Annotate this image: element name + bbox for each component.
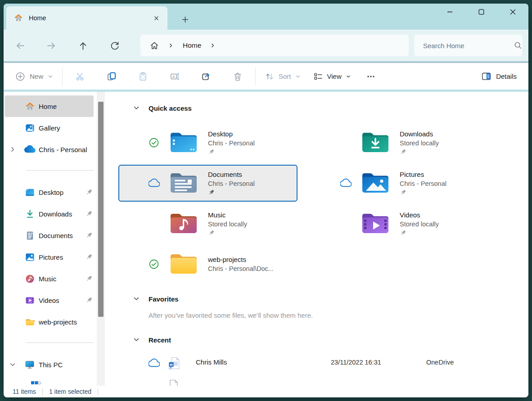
pin-icon xyxy=(400,189,446,197)
recent-file-row-partial[interactable] xyxy=(118,375,528,386)
content-pane: Quick access Desktop Chris - Personal xyxy=(118,92,528,386)
share-button[interactable] xyxy=(190,66,222,87)
address-bar[interactable]: Home xyxy=(140,35,409,56)
more-options-button[interactable] xyxy=(362,68,380,86)
sidebar-item-documents[interactable]: Documents xyxy=(5,225,94,246)
details-label: Details xyxy=(496,72,517,80)
tile-web-projects[interactable]: web-projects Chris - Personal\Doc... xyxy=(118,246,298,283)
section-recent-header[interactable]: Recent xyxy=(133,334,528,345)
view-button[interactable]: View xyxy=(313,72,351,81)
forward-button[interactable] xyxy=(42,36,60,54)
new-button-label: New xyxy=(30,72,43,80)
svg-text:W: W xyxy=(170,363,173,367)
sidebar-item-desktop[interactable]: Desktop xyxy=(5,181,94,203)
pin-icon xyxy=(86,297,93,304)
pin-icon xyxy=(400,230,439,238)
status-bar: 11 items 1 item selected xyxy=(4,386,528,397)
chevron-down-icon[interactable] xyxy=(9,361,16,368)
tile-videos[interactable]: Videos Stored locally xyxy=(310,205,489,242)
details-button[interactable]: Details xyxy=(481,71,517,81)
sidebar-item-label: web-projects xyxy=(39,318,77,326)
sidebar-item-label: This PC xyxy=(39,361,63,369)
search-input[interactable] xyxy=(422,41,514,50)
sidebar-item-partial[interactable] xyxy=(5,375,94,386)
tile-text: Pictures Chris - Personal xyxy=(400,170,446,197)
tab-close-icon[interactable] xyxy=(150,12,162,24)
pin-icon xyxy=(400,149,439,157)
desktop-background: Home xyxy=(0,0,532,401)
status-empty xyxy=(340,218,351,229)
delete-button[interactable] xyxy=(222,66,253,87)
svg-text:A: A xyxy=(172,74,175,78)
scissors-icon xyxy=(75,72,85,81)
cut-button[interactable] xyxy=(64,66,96,87)
scrollbar-thumb[interactable] xyxy=(98,102,104,317)
sort-button[interactable]: Sort xyxy=(265,72,301,81)
windows-drive-icon xyxy=(31,376,41,386)
chevron-down-icon xyxy=(133,105,140,111)
close-button[interactable] xyxy=(497,4,528,20)
recent-file-row[interactable]: W Chris Mills 23/11/2022 16:31 OneDrive xyxy=(118,352,528,374)
sidebar-item-home[interactable]: Home xyxy=(5,95,94,117)
favorites-empty-message: After you’ve favorited some files, we’ll… xyxy=(149,311,528,319)
tile-music[interactable]: Music Stored locally xyxy=(118,205,298,242)
section-quick-access-header[interactable]: Quick access xyxy=(133,103,528,113)
status-empty xyxy=(340,137,351,148)
sidebar-item-pictures[interactable]: Pictures xyxy=(5,246,94,268)
refresh-button[interactable] xyxy=(105,36,123,54)
tile-name: Music xyxy=(208,210,247,220)
minimize-button[interactable] xyxy=(434,4,465,20)
breadcrumb-home[interactable]: Home xyxy=(183,41,201,50)
desktop-icon xyxy=(24,187,35,198)
chevron-right-icon[interactable] xyxy=(210,43,216,48)
section-favorites-header[interactable]: Favorites xyxy=(133,293,528,304)
plus-circle-icon xyxy=(15,72,25,81)
tab-home[interactable]: Home xyxy=(6,6,167,30)
new-tab-button[interactable] xyxy=(179,14,191,25)
sidebar-item-downloads[interactable]: Downloads xyxy=(5,203,94,225)
maximize-button[interactable] xyxy=(465,4,497,20)
paste-button[interactable] xyxy=(127,66,159,87)
sidebar-item-label: Pictures xyxy=(39,253,63,261)
sidebar-scrollbar[interactable] xyxy=(97,92,105,386)
sidebar-item-label: Chris - Personal xyxy=(39,146,87,153)
chevron-right-icon[interactable] xyxy=(9,146,16,153)
tile-downloads[interactable]: Downloads Stored locally xyxy=(310,124,489,161)
tile-text: Documents Chris - Personal xyxy=(208,170,255,197)
sidebar-item-gallery[interactable]: Gallery xyxy=(5,117,94,139)
sidebar-item-this-pc[interactable]: This PC xyxy=(5,354,94,375)
rename-button[interactable]: A xyxy=(159,66,190,87)
up-button[interactable] xyxy=(74,36,92,54)
videos-icon xyxy=(24,295,35,306)
toolbar-divider xyxy=(255,68,256,86)
pin-icon xyxy=(86,275,93,282)
tile-pictures[interactable]: Pictures Chris - Personal xyxy=(310,165,489,202)
tile-desktop[interactable]: Desktop Chris - Personal xyxy=(118,124,298,161)
chevron-down-icon xyxy=(346,74,351,79)
sidebar-item-web-projects[interactable]: web-projects xyxy=(5,311,94,333)
tile-text: web-projects Chris - Personal\Doc... xyxy=(208,255,274,274)
search-icon[interactable] xyxy=(514,41,523,50)
tile-name: Pictures xyxy=(400,170,446,179)
back-button[interactable] xyxy=(11,36,29,54)
chevron-down-icon xyxy=(133,337,140,343)
tile-name: Videos xyxy=(400,210,439,220)
copy-button[interactable] xyxy=(96,66,127,87)
tile-subtitle: Chris - Personal xyxy=(208,139,255,148)
tile-subtitle: Chris - Personal xyxy=(400,179,446,189)
home-icon xyxy=(14,13,23,23)
tile-subtitle: Stored locally xyxy=(400,139,439,148)
search-box[interactable] xyxy=(414,35,522,56)
pin-icon xyxy=(86,253,93,261)
sidebar-item-music[interactable]: Music xyxy=(5,268,94,289)
tile-documents[interactable]: Documents Chris - Personal xyxy=(118,165,298,202)
share-icon xyxy=(201,72,211,81)
tile-subtitle: Chris - Personal\Doc... xyxy=(208,264,274,274)
sidebar-item-onedrive[interactable]: Chris - Personal xyxy=(5,139,94,160)
status-empty xyxy=(149,218,159,229)
chevron-right-icon[interactable] xyxy=(168,43,174,48)
sort-label: Sort xyxy=(279,72,291,80)
pictures-icon xyxy=(24,252,35,262)
new-button[interactable]: New xyxy=(15,72,53,81)
sidebar-item-videos[interactable]: Videos xyxy=(5,289,94,311)
